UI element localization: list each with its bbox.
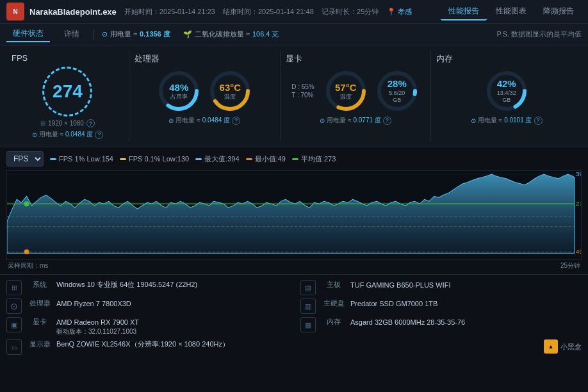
cpu-temp-gauge: 63°C 温度	[208, 69, 252, 113]
gpu-info-icon: ▣	[6, 317, 22, 332]
toolbar: 硬件状态 详情 ⊙ 用电量 ≈ 0.1356 度 🌱 二氧化碳排放量 ≈ 106…	[0, 24, 588, 45]
sysinfo-monitor-row: ▭ 显示器 BenQ ZOWIE XL2546X（分辨率:1920 × 1080…	[6, 339, 288, 355]
svg-text:394: 394	[576, 171, 581, 177]
chart-metric-select[interactable]: FPS	[6, 151, 44, 167]
ram-power-icon: ⊙	[471, 117, 476, 124]
os-value: Windows 10 专业版 64位 19045.5247 (22H2)	[56, 280, 197, 290]
cpu-title: 处理器	[135, 53, 159, 65]
gpu-power-icon: ⊙	[320, 117, 325, 124]
start-time-label: 开始时间：2025-01-14 21:23 结束时间：2025-01-14 21…	[124, 7, 412, 17]
chart-x-labels: 采样周期：ms 25分钟	[6, 261, 582, 270]
chart-header: FPS FPS 1% Low:154 FPS 0.1% Low:130 最大值:…	[6, 151, 582, 167]
sysinfo-ssd-row: ▥ 主硬盘 Predator SSD GM7000 1TB	[300, 298, 582, 314]
gpu-power-help[interactable]: ?	[383, 117, 391, 125]
sysinfo-gpu-row: ▣ 显卡 AMD Radeon RX 7900 XT 驱动版本：32.0.110…	[6, 317, 288, 336]
legend-01pct: FPS 0.1% Low:130	[120, 155, 189, 163]
app-logo: N	[6, 3, 24, 20]
cpu-card: 处理器 48% 占用率	[129, 51, 281, 142]
mobo-label: 主板	[321, 280, 347, 290]
ram-card: 内存 42% 13.4/32 GB ⊙ 用电量 ≈ 0.0101 度	[431, 51, 582, 142]
svg-text:49: 49	[576, 248, 581, 255]
gpu-power: ⊙ 用电量 ≈ 0.0771 度 ?	[320, 116, 391, 125]
legend-1pct: FPS 1% Low:154	[50, 155, 113, 163]
fps-chart: 394 273.8 49	[6, 170, 582, 260]
gpu-mem-gauge: 28% 5.6/20 GB	[375, 69, 420, 113]
fps-power: ⊙ 用电量 ≈ 0.0484 度 ?	[32, 130, 104, 139]
gpu-gauges: D : 65% T : 70% 57°C 温度	[291, 69, 420, 113]
ram-info-value: Asgard 32GB 6000MHz 28-35-35-76	[350, 318, 465, 326]
ssd-label: 主硬盘	[321, 298, 347, 308]
cpu-power: ⊙ 用电量 ≈ 0.0484 度 ?	[168, 116, 240, 125]
fps-title: FPS	[12, 53, 28, 63]
brand-icon: ▲	[544, 339, 558, 354]
cpu-power-help[interactable]: ?	[232, 117, 240, 125]
power-value: 0.1356 度	[140, 29, 170, 39]
leaf-icon: 🌱	[183, 30, 192, 38]
tab-performance-report[interactable]: 性能报告	[441, 3, 487, 20]
tab-performance-chart[interactable]: 性能图表	[488, 3, 534, 20]
legend-avg: 平均值:273	[292, 154, 336, 164]
gpu-title: 显卡	[286, 53, 302, 65]
cpu-info-value: AMD Ryzen 7 7800X3D	[56, 300, 131, 307]
fps-card: FPS 274 ⊞ 1920 × 1080 ? ⊙ 用电量 ≈ 0.0484 度…	[6, 51, 129, 142]
cpu-gauges: 48% 占用率 63°C 温度	[156, 69, 252, 113]
monitor-icon: ▭	[6, 339, 22, 355]
ssd-icon: ▥	[300, 298, 316, 314]
brand-name: 小黑盒	[560, 342, 582, 352]
ram-title: 内存	[436, 53, 453, 65]
os-label: 系统	[27, 280, 53, 290]
ram-info-icon: ▦	[300, 317, 316, 332]
monitor-label: 显示器	[27, 339, 53, 349]
title-bar: N NarakaBladepoint.exe 开始时间：2025-01-14 2…	[0, 0, 588, 24]
sysinfo-right-col: ▤ 主板 TUF GAMING B650-PLUS WIFI ▥ 主硬盘 Pre…	[300, 280, 582, 355]
sysinfo-mobo-row: ▤ 主板 TUF GAMING B650-PLUS WIFI	[300, 280, 582, 295]
svg-text:273.8: 273.8	[576, 200, 581, 207]
cpu-info-icon: ⊙	[6, 298, 22, 314]
gpu-info-label: 显卡	[27, 317, 53, 327]
cpu-info-label: 处理器	[27, 298, 53, 308]
app-name: NarakaBladepoint.exe	[29, 7, 117, 17]
gpu-temp-gauge: 57°C 温度	[323, 69, 368, 113]
tab-hardware-status[interactable]: 硬件状态	[6, 26, 50, 42]
power-info: ⊙ 用电量 ≈ 0.1356 度	[102, 29, 170, 39]
ram-power: ⊙ 用电量 ≈ 0.0101 度 ?	[471, 116, 543, 125]
os-icon: ⊞	[6, 280, 22, 295]
toolbar-separator	[94, 29, 94, 40]
fps-value-circle: 274	[42, 67, 92, 117]
mobo-value: TUF GAMING B650-PLUS WIFI	[350, 281, 450, 289]
gpu-card: 显卡 D : 65% T : 70% 57°C 温度	[281, 51, 432, 142]
gpu-info-value: AMD Radeon RX 7900 XT	[56, 318, 139, 326]
tab-detail[interactable]: 详情	[58, 27, 86, 42]
fps-power-icon: ⊙	[32, 131, 37, 138]
tab-throttle-report[interactable]: 降频报告	[535, 3, 582, 20]
legend-min: 最小值:49	[246, 154, 286, 164]
mobo-icon: ▤	[300, 280, 316, 295]
avg-note: P.S. 数据图显示的是平均值	[497, 29, 582, 39]
cpu-usage-gauge: 48% 占用率	[156, 69, 201, 113]
svg-point-18	[24, 249, 29, 254]
gpu-driver-value: 驱动版本：32.0.11027.1003	[56, 328, 136, 335]
svg-point-19	[24, 201, 29, 206]
check-icon: ⊙	[102, 30, 108, 38]
ram-info-label: 内存	[321, 317, 347, 327]
fps-help-icon[interactable]: ?	[86, 119, 95, 127]
sysinfo-ram-row: ▦ 内存 Asgard 32GB 6000MHz 28-35-35-76	[300, 317, 582, 332]
brand-logo: ▲ 小黑盒	[544, 339, 582, 354]
sysinfo-cpu-row: ⊙ 处理器 AMD Ryzen 7 7800X3D	[6, 298, 288, 314]
ssd-value: Predator SSD GM7000 1TB	[350, 300, 437, 307]
fps-power-help[interactable]: ?	[95, 131, 103, 139]
ram-power-help[interactable]: ?	[534, 117, 543, 125]
nav-tabs: 性能报告 性能图表 降频报告	[441, 3, 582, 20]
monitor-value: BenQ ZOWIE XL2546X（分辨率:1920 × 1080 240Hz…	[56, 339, 229, 349]
system-info: ⊞ 系统 Windows 10 专业版 64位 19045.5247 (22H2…	[0, 274, 588, 357]
sysinfo-left-col: ⊞ 系统 Windows 10 专业版 64位 19045.5247 (22H2…	[6, 280, 288, 355]
legend-max: 最大值:394	[195, 154, 239, 164]
ram-usage-gauge: 42% 13.4/32 GB	[484, 69, 529, 113]
fps-resolution: ⊞ 1920 × 1080 ?	[40, 119, 95, 127]
gpu-dt-info: D : 65% T : 70%	[291, 83, 314, 99]
ram-gauges: 42% 13.4/32 GB	[484, 69, 529, 113]
cards-row: FPS 274 ⊞ 1920 × 1080 ? ⊙ 用电量 ≈ 0.0484 度…	[0, 45, 588, 147]
sysinfo-os-row: ⊞ 系统 Windows 10 专业版 64位 19045.5247 (22H2…	[6, 280, 288, 295]
co2-value: 106.4 克	[252, 29, 279, 39]
co2-info: 🌱 二氧化碳排放量 ≈ 106.4 克	[183, 29, 279, 39]
